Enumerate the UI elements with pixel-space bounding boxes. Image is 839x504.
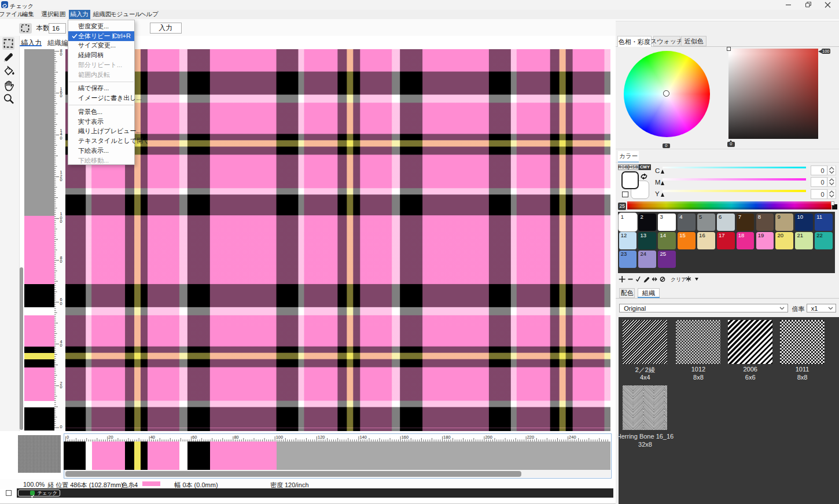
svg-text:0: 0: [60, 384, 62, 389]
svg-text:200: 200: [485, 435, 492, 440]
svg-text:220: 220: [527, 435, 535, 440]
svg-text:60: 60: [192, 435, 197, 440]
svg-text:40: 40: [150, 435, 155, 440]
svg-text:160: 160: [402, 435, 409, 440]
svg-text:0: 0: [60, 219, 62, 224]
svg-text:140: 140: [359, 435, 367, 440]
svg-text:0: 0: [60, 177, 62, 182]
svg-text:0: 0: [67, 435, 69, 440]
svg-text:0: 0: [60, 301, 62, 306]
svg-text:0: 0: [60, 51, 62, 57]
svg-text:20: 20: [108, 435, 113, 440]
svg-text:240: 240: [569, 435, 576, 440]
svg-text:0: 0: [60, 93, 62, 98]
svg-text:80: 80: [234, 435, 238, 440]
svg-text:0: 0: [60, 259, 62, 264]
svg-text:0: 0: [60, 135, 62, 141]
svg-text:120: 120: [318, 435, 325, 440]
svg-text:0: 0: [60, 343, 62, 348]
svg-text:100: 100: [276, 435, 284, 440]
svg-text:180: 180: [443, 435, 451, 440]
svg-text:0: 0: [60, 424, 62, 429]
